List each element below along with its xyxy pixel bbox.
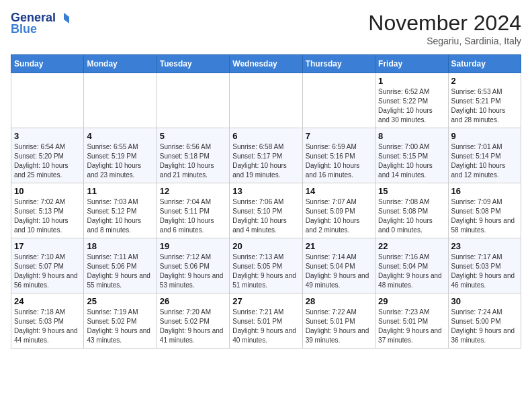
- calendar-body: 1Sunrise: 6:52 AM Sunset: 5:22 PM Daylig…: [11, 73, 521, 349]
- month-title: November 2024: [368, 11, 521, 36]
- calendar-cell: 11Sunrise: 7:03 AM Sunset: 5:12 PM Dayli…: [84, 183, 157, 238]
- calendar-cell: 18Sunrise: 7:11 AM Sunset: 5:06 PM Dayli…: [84, 238, 157, 293]
- day-number: 6: [232, 131, 299, 141]
- calendar-cell: [84, 73, 157, 128]
- calendar-cell: [157, 73, 229, 128]
- day-number: 25: [87, 296, 153, 306]
- day-number: 15: [378, 186, 445, 196]
- weekday-header-friday: Friday: [375, 55, 448, 73]
- day-number: 3: [14, 131, 81, 141]
- day-number: 11: [87, 186, 153, 196]
- calendar-cell: 27Sunrise: 7:21 AM Sunset: 5:01 PM Dayli…: [230, 293, 302, 349]
- calendar-cell: 9Sunrise: 7:01 AM Sunset: 5:14 PM Daylig…: [448, 128, 521, 183]
- calendar-cell: 29Sunrise: 7:23 AM Sunset: 5:01 PM Dayli…: [375, 293, 448, 349]
- day-number: 20: [232, 241, 299, 251]
- logo-blue: Blue: [11, 22, 69, 36]
- day-number: 9: [451, 131, 518, 141]
- calendar-cell: 13Sunrise: 7:06 AM Sunset: 5:10 PM Dayli…: [230, 183, 302, 238]
- calendar-week-5: 24Sunrise: 7:18 AM Sunset: 5:03 PM Dayli…: [11, 293, 521, 349]
- title-block: November 2024 Segariu, Sardinia, Italy: [368, 11, 521, 46]
- day-info: Sunrise: 7:03 AM Sunset: 5:12 PM Dayligh…: [87, 197, 153, 235]
- day-number: 4: [87, 131, 153, 141]
- day-info: Sunrise: 7:11 AM Sunset: 5:06 PM Dayligh…: [87, 253, 153, 290]
- calendar-cell: 20Sunrise: 7:13 AM Sunset: 5:05 PM Dayli…: [230, 238, 302, 293]
- logo: General Blue: [11, 11, 69, 36]
- calendar-cell: 5Sunrise: 6:56 AM Sunset: 5:18 PM Daylig…: [157, 128, 229, 183]
- calendar-cell: [11, 73, 84, 128]
- page-header: General Blue November 2024 Segariu, Sard…: [11, 11, 521, 46]
- day-info: Sunrise: 6:54 AM Sunset: 5:20 PM Dayligh…: [14, 142, 81, 180]
- weekday-header-monday: Monday: [84, 55, 157, 73]
- day-number: 13: [232, 186, 299, 196]
- calendar-cell: 15Sunrise: 7:08 AM Sunset: 5:08 PM Dayli…: [375, 183, 448, 238]
- day-number: 30: [451, 296, 518, 306]
- calendar-cell: 8Sunrise: 7:00 AM Sunset: 5:15 PM Daylig…: [375, 128, 448, 183]
- calendar-cell: [230, 73, 302, 128]
- weekday-header-wednesday: Wednesday: [230, 55, 302, 73]
- calendar-cell: 26Sunrise: 7:20 AM Sunset: 5:02 PM Dayli…: [157, 293, 229, 349]
- day-number: 7: [306, 131, 372, 141]
- day-info: Sunrise: 6:53 AM Sunset: 5:21 PM Dayligh…: [451, 87, 518, 125]
- day-info: Sunrise: 7:19 AM Sunset: 5:02 PM Dayligh…: [87, 308, 153, 345]
- weekday-header-tuesday: Tuesday: [157, 55, 229, 73]
- day-info: Sunrise: 6:58 AM Sunset: 5:17 PM Dayligh…: [232, 142, 299, 180]
- calendar-cell: 2Sunrise: 6:53 AM Sunset: 5:21 PM Daylig…: [448, 73, 521, 128]
- day-number: 24: [14, 296, 81, 306]
- day-info: Sunrise: 6:55 AM Sunset: 5:19 PM Dayligh…: [87, 142, 153, 180]
- day-info: Sunrise: 7:20 AM Sunset: 5:02 PM Dayligh…: [160, 308, 226, 345]
- day-info: Sunrise: 6:59 AM Sunset: 5:16 PM Dayligh…: [306, 142, 372, 180]
- day-info: Sunrise: 7:09 AM Sunset: 5:08 PM Dayligh…: [451, 197, 518, 235]
- day-info: Sunrise: 7:13 AM Sunset: 5:05 PM Dayligh…: [232, 253, 299, 290]
- location-subtitle: Segariu, Sardinia, Italy: [368, 36, 521, 46]
- calendar-week-3: 10Sunrise: 7:02 AM Sunset: 5:13 PM Dayli…: [11, 183, 521, 238]
- day-number: 5: [160, 131, 226, 141]
- weekday-header-row: SundayMondayTuesdayWednesdayThursdayFrid…: [11, 55, 521, 73]
- day-info: Sunrise: 7:06 AM Sunset: 5:10 PM Dayligh…: [232, 197, 299, 235]
- calendar-table: SundayMondayTuesdayWednesdayThursdayFrid…: [11, 54, 521, 349]
- calendar-cell: 21Sunrise: 7:14 AM Sunset: 5:04 PM Dayli…: [302, 238, 375, 293]
- day-number: 29: [378, 296, 445, 306]
- calendar-cell: 23Sunrise: 7:17 AM Sunset: 5:03 PM Dayli…: [448, 238, 521, 293]
- calendar-week-1: 1Sunrise: 6:52 AM Sunset: 5:22 PM Daylig…: [11, 73, 521, 128]
- day-number: 26: [160, 296, 226, 306]
- day-info: Sunrise: 7:14 AM Sunset: 5:04 PM Dayligh…: [306, 253, 372, 290]
- day-number: 19: [160, 241, 226, 251]
- day-info: Sunrise: 7:00 AM Sunset: 5:15 PM Dayligh…: [378, 142, 445, 180]
- day-number: 16: [451, 186, 518, 196]
- day-number: 22: [378, 241, 445, 251]
- calendar-header: SundayMondayTuesdayWednesdayThursdayFrid…: [11, 55, 521, 73]
- day-number: 10: [14, 186, 81, 196]
- calendar-cell: 30Sunrise: 7:24 AM Sunset: 5:00 PM Dayli…: [448, 293, 521, 349]
- calendar-week-2: 3Sunrise: 6:54 AM Sunset: 5:20 PM Daylig…: [11, 128, 521, 183]
- day-info: Sunrise: 7:07 AM Sunset: 5:09 PM Dayligh…: [306, 197, 372, 235]
- day-info: Sunrise: 7:22 AM Sunset: 5:01 PM Dayligh…: [306, 308, 372, 345]
- day-info: Sunrise: 7:08 AM Sunset: 5:08 PM Dayligh…: [378, 197, 445, 235]
- day-info: Sunrise: 6:52 AM Sunset: 5:22 PM Dayligh…: [378, 87, 445, 125]
- day-number: 12: [160, 186, 226, 196]
- day-info: Sunrise: 7:24 AM Sunset: 5:00 PM Dayligh…: [451, 308, 518, 345]
- weekday-header-sunday: Sunday: [11, 55, 84, 73]
- calendar-week-4: 17Sunrise: 7:10 AM Sunset: 5:07 PM Dayli…: [11, 238, 521, 293]
- day-info: Sunrise: 7:17 AM Sunset: 5:03 PM Dayligh…: [451, 253, 518, 290]
- day-info: Sunrise: 7:04 AM Sunset: 5:11 PM Dayligh…: [160, 197, 226, 235]
- calendar-cell: 24Sunrise: 7:18 AM Sunset: 5:03 PM Dayli…: [11, 293, 84, 349]
- day-info: Sunrise: 7:10 AM Sunset: 5:07 PM Dayligh…: [14, 253, 81, 290]
- calendar-cell: 10Sunrise: 7:02 AM Sunset: 5:13 PM Dayli…: [11, 183, 84, 238]
- calendar-cell: 12Sunrise: 7:04 AM Sunset: 5:11 PM Dayli…: [157, 183, 229, 238]
- calendar-cell: 7Sunrise: 6:59 AM Sunset: 5:16 PM Daylig…: [302, 128, 375, 183]
- calendar-cell: 17Sunrise: 7:10 AM Sunset: 5:07 PM Dayli…: [11, 238, 84, 293]
- calendar-cell: 19Sunrise: 7:12 AM Sunset: 5:06 PM Dayli…: [157, 238, 229, 293]
- calendar-cell: 28Sunrise: 7:22 AM Sunset: 5:01 PM Dayli…: [302, 293, 375, 349]
- calendar-cell: 16Sunrise: 7:09 AM Sunset: 5:08 PM Dayli…: [448, 183, 521, 238]
- day-number: 21: [306, 241, 372, 251]
- day-info: Sunrise: 7:21 AM Sunset: 5:01 PM Dayligh…: [232, 308, 299, 345]
- calendar-cell: 25Sunrise: 7:19 AM Sunset: 5:02 PM Dayli…: [84, 293, 157, 349]
- day-number: 17: [14, 241, 81, 251]
- calendar-cell: 14Sunrise: 7:07 AM Sunset: 5:09 PM Dayli…: [302, 183, 375, 238]
- day-info: Sunrise: 7:16 AM Sunset: 5:04 PM Dayligh…: [378, 253, 445, 290]
- day-number: 28: [306, 296, 372, 306]
- day-info: Sunrise: 7:02 AM Sunset: 5:13 PM Dayligh…: [14, 197, 81, 235]
- calendar-cell: [302, 73, 375, 128]
- day-info: Sunrise: 7:18 AM Sunset: 5:03 PM Dayligh…: [14, 308, 81, 345]
- day-number: 18: [87, 241, 153, 251]
